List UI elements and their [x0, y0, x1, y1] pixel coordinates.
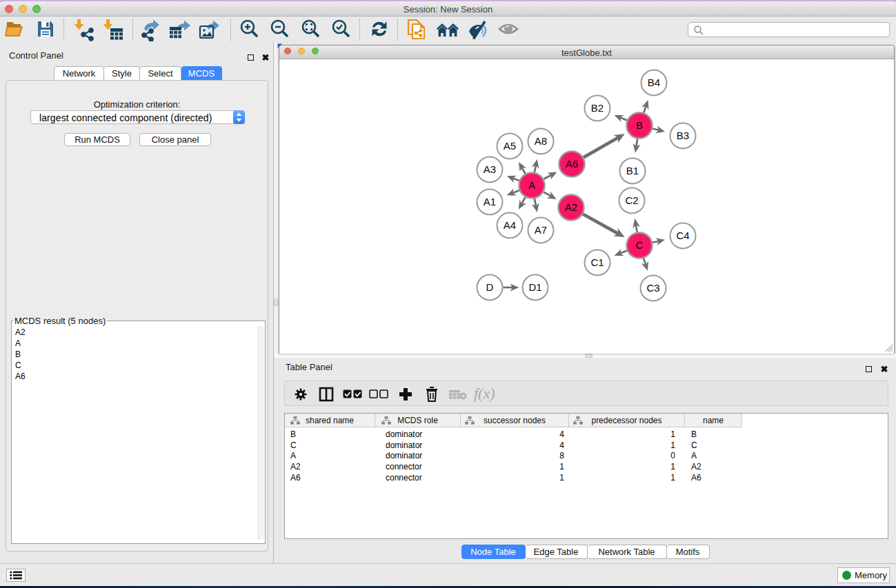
- svg-text:C4: C4: [676, 230, 689, 241]
- svg-text:C1: C1: [590, 256, 604, 268]
- svg-text:B1: B1: [626, 165, 639, 176]
- svg-text:A8: A8: [535, 135, 547, 147]
- svg-text:B2: B2: [591, 102, 604, 114]
- svg-text:B3: B3: [677, 130, 689, 141]
- svg-text:A1: A1: [484, 196, 496, 207]
- svg-text:B4: B4: [648, 77, 660, 88]
- svg-text:A5: A5: [504, 140, 516, 152]
- svg-text:A2: A2: [565, 201, 577, 213]
- svg-text:C2: C2: [625, 194, 638, 206]
- svg-text:C: C: [636, 239, 644, 251]
- svg-text:D1: D1: [528, 281, 541, 293]
- svg-text:D: D: [486, 281, 494, 293]
- svg-text:A4: A4: [504, 219, 516, 231]
- svg-text:A7: A7: [535, 224, 547, 236]
- svg-text:A: A: [528, 179, 535, 191]
- svg-text:C3: C3: [646, 282, 659, 294]
- svg-text:B: B: [636, 119, 643, 131]
- svg-text:A6: A6: [566, 158, 578, 170]
- svg-text:A3: A3: [484, 163, 496, 175]
